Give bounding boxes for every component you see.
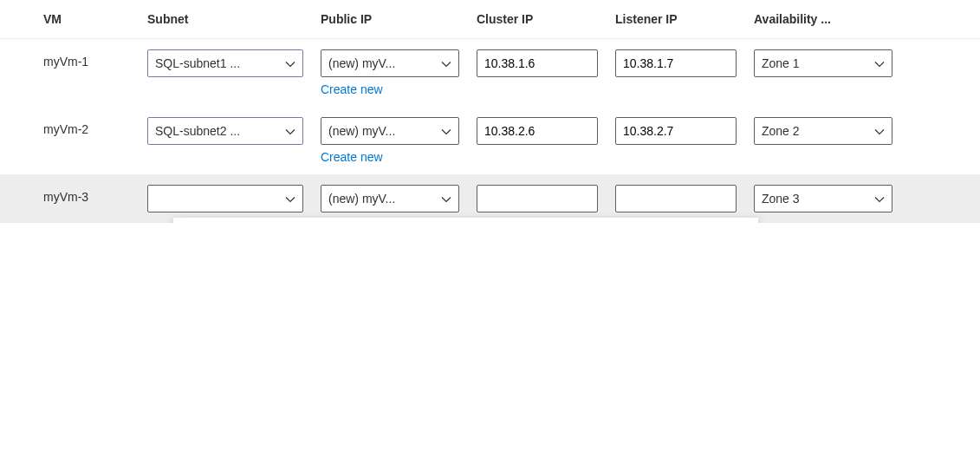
chevron-down-icon xyxy=(441,58,451,69)
header-subnet: Subnet xyxy=(139,12,312,26)
header-publicip: Public IP xyxy=(312,12,468,26)
clusterip-input[interactable] xyxy=(477,117,598,145)
header-availability: Availability ... xyxy=(745,12,901,26)
availability-dropdown[interactable]: Zone 3 xyxy=(754,185,892,212)
publicip-dropdown[interactable]: (new) myV... xyxy=(321,185,459,212)
create-new-link[interactable]: Create new xyxy=(321,150,459,164)
table-row: myVm-2 SQL-subnet2 ... (new) myV... Crea… xyxy=(0,107,980,174)
chevron-down-icon xyxy=(874,58,885,69)
chevron-down-icon xyxy=(874,193,885,204)
chevron-down-icon xyxy=(285,58,295,69)
subnet-dropdown-value: SQL-subnet1 ... xyxy=(155,56,280,70)
header-vm: VM xyxy=(0,12,139,26)
vm-name-cell: myVm-2 xyxy=(0,117,139,136)
availability-dropdown[interactable]: Zone 1 xyxy=(754,49,892,77)
table-row: myVm-3 (new) myV... Zon xyxy=(0,174,980,223)
create-new-link[interactable]: Create new xyxy=(321,82,459,96)
subnet-dropdown[interactable] xyxy=(147,185,303,212)
header-listenerip: Listener IP xyxy=(607,12,745,26)
subnet-dropdown-value: SQL-subnet2 ... xyxy=(155,124,280,138)
chevron-down-icon xyxy=(441,126,451,136)
availability-dropdown-value: Zone 2 xyxy=(762,124,869,138)
subnet-dropdown[interactable]: SQL-subnet1 ... xyxy=(147,49,303,77)
availability-dropdown-value: Zone 3 xyxy=(762,192,869,206)
publicip-dropdown[interactable]: (new) myV... xyxy=(321,49,459,77)
listenerip-input[interactable] xyxy=(615,49,737,77)
vm-name-cell: myVm-1 xyxy=(0,49,139,69)
publicip-dropdown-value: (new) myV... xyxy=(328,192,436,206)
listenerip-input[interactable] xyxy=(615,185,737,212)
publicip-dropdown[interactable]: (new) myV... xyxy=(321,117,459,145)
availability-dropdown-value: Zone 1 xyxy=(762,56,869,70)
chevron-down-icon xyxy=(441,193,451,204)
subnet-dropdown-panel: DC-subnet (10.38.0.0/24) SQL-subnet1 (10… xyxy=(173,218,758,223)
publicip-dropdown-value: (new) myV... xyxy=(328,124,436,138)
clusterip-input[interactable] xyxy=(477,49,598,77)
vm-name-cell: myVm-3 xyxy=(0,185,139,204)
header-clusterip: Cluster IP xyxy=(468,12,607,26)
table-row: myVm-1 SQL-subnet1 ... (new) myV... Crea… xyxy=(0,39,980,107)
vm-config-table: VM Subnet Public IP Cluster IP Listener … xyxy=(0,0,980,223)
publicip-dropdown-value: (new) myV... xyxy=(328,56,436,70)
chevron-down-icon xyxy=(285,193,295,204)
subnet-dropdown[interactable]: SQL-subnet2 ... xyxy=(147,117,303,145)
chevron-down-icon xyxy=(874,126,885,136)
availability-dropdown[interactable]: Zone 2 xyxy=(754,117,892,145)
chevron-down-icon xyxy=(285,126,295,136)
table-header-row: VM Subnet Public IP Cluster IP Listener … xyxy=(0,0,980,39)
clusterip-input[interactable] xyxy=(477,185,598,212)
listenerip-input[interactable] xyxy=(615,117,737,145)
